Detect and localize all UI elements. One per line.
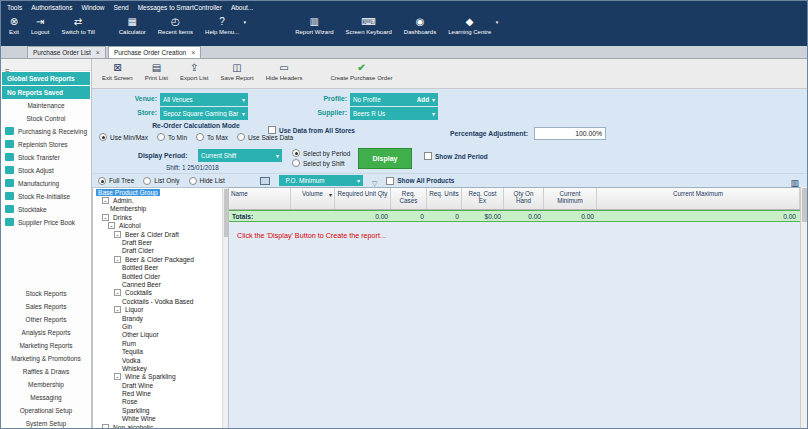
sidebar-item-supplier-price-book[interactable]: Supplier Price Book bbox=[1, 216, 91, 229]
menu-authorisations[interactable]: Authorisations bbox=[31, 4, 72, 11]
column-header-current-maximum[interactable]: Current Maximum bbox=[597, 188, 800, 209]
sidebar-item-marketing-promotions[interactable]: Marketing & Promotions bbox=[1, 352, 91, 365]
use-all-stores-checkbox[interactable]: Use Data from All Stores bbox=[268, 126, 355, 134]
tree-node-cocktails-vodka-based[interactable]: Cocktails - Vodka Based bbox=[93, 297, 221, 305]
sidebar-item-purchasing-receiving[interactable]: Purchasing & Receiving bbox=[1, 125, 91, 138]
collapse-icon[interactable]: - bbox=[108, 222, 115, 229]
tree-node-draft-cider[interactable]: Draft Cider bbox=[93, 247, 221, 255]
menu-tools[interactable]: Tools bbox=[7, 4, 22, 11]
collapse-icon[interactable]: - bbox=[102, 214, 109, 221]
dashboards-button[interactable]: ◉Dashboards bbox=[398, 14, 442, 46]
tree-node-base-product-group[interactable]: Base Product Group bbox=[93, 188, 221, 196]
sidebar-item-raffles-draws[interactable]: Raffles & Draws bbox=[1, 365, 91, 378]
sidebar-item-maintenance[interactable]: Maintenance bbox=[1, 99, 91, 112]
column-header-req-units[interactable]: Req. Units bbox=[427, 188, 462, 209]
sidebar-item-stock-reports[interactable]: Stock Reports bbox=[1, 287, 91, 300]
venue-dropdown[interactable]: All Venues bbox=[160, 93, 248, 106]
sidebar-item-marketing-reports[interactable]: Marketing Reports bbox=[1, 339, 91, 352]
learning-centre-button[interactable]: ◆Learning Centre▾ bbox=[442, 14, 497, 46]
tree-node-draft-beer[interactable]: Draft Beer bbox=[93, 238, 221, 246]
screen-keyboard-button[interactable]: ⌨Screen Keyboard bbox=[339, 14, 397, 46]
display-period-dropdown[interactable]: Current Shift bbox=[198, 149, 282, 162]
tree-node-bottled-cider[interactable]: Bottled Cider bbox=[93, 272, 221, 280]
column-header-qty-on-hand[interactable]: Qty On Hand bbox=[504, 188, 544, 209]
tree-node-admin[interactable]: -Admin. bbox=[93, 196, 221, 204]
monitor-icon[interactable] bbox=[260, 177, 270, 185]
tree-node-tequila[interactable]: Tequila bbox=[93, 347, 221, 355]
sidebar-item-other-reports[interactable]: Other Reports bbox=[1, 313, 91, 326]
po-minimum-dropdown[interactable]: _P.O. Minimum bbox=[279, 175, 363, 186]
create-purchase-order-button[interactable]: ✔Create Purchase Order bbox=[324, 61, 398, 88]
sidebar-item-messaging[interactable]: Messaging bbox=[1, 391, 91, 404]
tree-node-red-wine[interactable]: Red Wine bbox=[93, 389, 221, 397]
close-icon[interactable]: × bbox=[96, 50, 100, 56]
store-dropdown[interactable]: Sepoz Square Gaming Bar bbox=[160, 107, 248, 120]
column-header-req-cases[interactable]: Req. Cases bbox=[391, 188, 427, 209]
tree-node-whiskey[interactable]: Whiskey bbox=[93, 364, 221, 372]
reorder-option-to-max[interactable]: To Max bbox=[196, 133, 228, 141]
exit-button[interactable]: ⊗Exit bbox=[3, 14, 25, 46]
sidebar-menu-toggle[interactable] bbox=[1, 59, 91, 71]
display-button[interactable]: Display bbox=[358, 148, 412, 169]
sidebar-item-analysis-reports[interactable]: Analysis Reports bbox=[1, 326, 91, 339]
logout-button[interactable]: ⇥Logout bbox=[25, 14, 55, 46]
menu-window[interactable]: Window bbox=[81, 4, 104, 11]
sidebar-item-manufacturing[interactable]: Manufacturing bbox=[1, 177, 91, 190]
reorder-option-to-min[interactable]: To Min bbox=[157, 133, 187, 141]
collapse-icon[interactable]: - bbox=[114, 373, 121, 380]
tree-node-gin[interactable]: Gin bbox=[93, 322, 221, 330]
tree-node-other-liquor[interactable]: Other Liquor bbox=[93, 331, 221, 339]
collapse-icon[interactable]: - bbox=[114, 289, 121, 296]
report-wizard-button[interactable]: ▥Report Wizard bbox=[289, 14, 339, 46]
tree-node-draft-wine[interactable]: Draft Wine bbox=[93, 381, 221, 389]
tree-node-cocktails[interactable]: -Cocktails bbox=[93, 289, 221, 297]
tree-node-canned-beer[interactable]: Canned Beer bbox=[93, 280, 221, 288]
recent-items-button[interactable]: ◴Recent Items bbox=[152, 14, 199, 46]
tree-node-brandy[interactable]: Brandy bbox=[93, 314, 221, 322]
column-header-volume[interactable]: Volume▾ bbox=[291, 188, 335, 209]
column-header-required-unit-qty[interactable]: Required Unit Qty bbox=[335, 188, 391, 209]
hide-headers-button[interactable]: ▭Hide Headers bbox=[260, 61, 309, 88]
tree-node-wine-sparkling[interactable]: -Wine & Sparkling bbox=[93, 373, 221, 381]
tree-node-white-wine[interactable]: White Wine bbox=[93, 415, 221, 423]
collapse-icon[interactable]: - bbox=[102, 197, 109, 204]
collapse-icon[interactable]: - bbox=[114, 306, 121, 313]
sort-arrow-icon[interactable]: ▾ bbox=[329, 191, 332, 198]
sidebar-item-operational-setup[interactable]: Operational Setup bbox=[1, 404, 91, 417]
tree-node-bottled-beer[interactable]: Bottled Beer bbox=[93, 264, 221, 272]
tree-node-beer-cider-draft[interactable]: -Beer & Cider Draft bbox=[93, 230, 221, 238]
tree-node-alcohol[interactable]: -Alcohol bbox=[93, 222, 221, 230]
exit-screen-button[interactable]: ⊠Exit Screen bbox=[96, 61, 139, 88]
column-header-req-cost-ex[interactable]: Req. Cost Ex bbox=[462, 188, 504, 209]
sidebar-item-stock-transfer[interactable]: Stock Transfer bbox=[1, 151, 91, 164]
calculator-button[interactable]: ▦Calculator bbox=[113, 14, 152, 46]
tab-purchase-order-list[interactable]: Purchase Order List× bbox=[27, 46, 106, 58]
sidebar-item-replenish-stores[interactable]: Replenish Stores bbox=[1, 138, 91, 151]
tree-scrollbar[interactable] bbox=[222, 188, 228, 429]
global-saved-reports-button[interactable]: Global Saved Reports bbox=[2, 72, 90, 85]
save-report-button[interactable]: ◫Save Report bbox=[214, 61, 259, 88]
reorder-option-use-min-max[interactable]: Use Min/Max bbox=[99, 133, 148, 141]
column-header-name[interactable]: Name bbox=[229, 188, 291, 209]
print-list-button[interactable]: ▤Print List bbox=[139, 61, 174, 88]
view-option-hide-list[interactable]: Hide List bbox=[189, 177, 225, 185]
tree-node-beer-cider-packaged[interactable]: -Beer & Cider Packaged bbox=[93, 255, 221, 263]
close-icon[interactable]: × bbox=[191, 50, 195, 56]
menu-send[interactable]: Send bbox=[114, 4, 129, 11]
export-list-button[interactable]: ⇪Export List bbox=[174, 61, 214, 88]
view-option-list-only[interactable]: List Only bbox=[143, 177, 179, 185]
tab-purchase-order-creation[interactable]: Purchase Order Creation× bbox=[108, 46, 201, 58]
menu-about[interactable]: About... bbox=[231, 4, 253, 11]
collapse-icon[interactable]: - bbox=[102, 424, 109, 429]
profile-add-button[interactable]: Add bbox=[417, 96, 429, 103]
select-by-shift-radio[interactable]: Select by Shift bbox=[292, 159, 345, 167]
show-all-products-checkbox[interactable]: Show All Products bbox=[386, 177, 454, 185]
help-menu-button[interactable]: ?Help Menu...▾ bbox=[199, 14, 245, 46]
tree-node-liquor[interactable]: -Liquor bbox=[93, 305, 221, 313]
select-by-period-radio[interactable]: Select by Period bbox=[292, 149, 350, 157]
tree-node-membership[interactable]: Membership bbox=[93, 205, 221, 213]
collapse-icon[interactable]: - bbox=[114, 256, 121, 263]
no-reports-saved-button[interactable]: No Reports Saved bbox=[2, 86, 90, 99]
view-option-full-tree[interactable]: Full Tree bbox=[98, 177, 134, 185]
collapse-icon[interactable]: - bbox=[114, 231, 121, 238]
